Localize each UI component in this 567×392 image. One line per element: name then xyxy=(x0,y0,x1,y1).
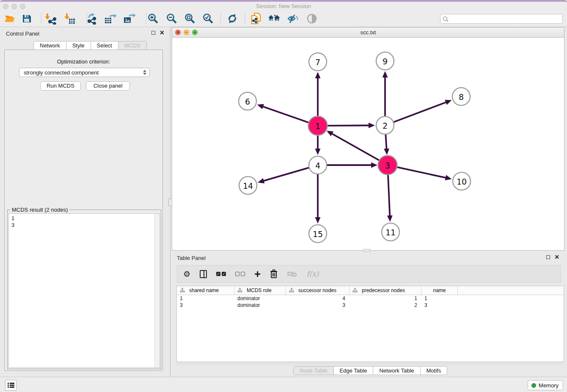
close-panel-icon[interactable]: ✕ xyxy=(160,31,165,35)
mcds-result-area[interactable]: 1 3 xyxy=(8,213,160,368)
network-canvas[interactable]: 7968124314101511 xyxy=(172,38,564,250)
export-image-icon[interactable] xyxy=(123,12,136,25)
zoom-out-icon[interactable] xyxy=(165,12,178,25)
cell-successor-nodes[interactable]: 3 xyxy=(286,302,350,308)
graph-edge-1-6[interactable] xyxy=(262,106,309,123)
float-panel-icon[interactable] xyxy=(151,31,155,35)
graph-node-14[interactable]: 14 xyxy=(239,177,257,194)
table-tabs: Node Table Edge Table Network Table Moti… xyxy=(293,366,447,375)
close-panel-button[interactable]: Close panel xyxy=(86,81,130,91)
cell-mcds-role[interactable]: dominator xyxy=(234,302,286,308)
zoom-fit-icon[interactable] xyxy=(184,12,196,25)
graph-node-6[interactable]: 6 xyxy=(239,92,256,110)
graph-node-2[interactable]: 2 xyxy=(376,116,394,134)
tab-edge-table[interactable]: Edge Table xyxy=(334,366,374,375)
network-view-window: × − + scc.txt 7968124314101511 xyxy=(172,27,564,251)
graph-edge-arrowhead xyxy=(383,71,388,77)
graph-node-7[interactable]: 7 xyxy=(309,53,327,71)
search-field[interactable] xyxy=(440,14,563,24)
graph-edge-2-3[interactable] xyxy=(385,135,386,150)
column-header-shared-name[interactable]: shared name xyxy=(177,286,234,295)
graph-edge-3-10[interactable] xyxy=(396,167,446,178)
cell-predecessor-nodes[interactable]: 1 xyxy=(350,295,421,301)
cell-shared-name[interactable]: 3 xyxy=(177,302,234,308)
table-row[interactable]: 3 dominator 3 2 3 xyxy=(177,302,564,309)
import-table-icon[interactable] xyxy=(63,12,76,25)
mcds-result-text: 1 3 xyxy=(9,214,160,230)
add-row-icon[interactable]: + xyxy=(254,269,261,279)
tab-network[interactable]: Network xyxy=(33,41,66,50)
column-header-name[interactable]: name xyxy=(421,286,458,295)
memory-button[interactable]: Memory xyxy=(528,380,563,390)
tab-style[interactable]: Style xyxy=(66,41,91,50)
memory-status-icon xyxy=(531,383,536,388)
import-network-icon[interactable] xyxy=(44,12,57,25)
column-header-predecessor-nodes[interactable]: predecessor nodes xyxy=(350,286,421,295)
tab-node-table[interactable]: Node Table xyxy=(293,366,334,375)
criterion-select[interactable]: strongly connected component xyxy=(19,68,150,77)
zoom-selected-icon[interactable] xyxy=(202,12,215,25)
graph-node-1[interactable]: 1 xyxy=(308,116,328,135)
horizontal-divider-handle[interactable] xyxy=(363,249,371,252)
network-graph[interactable]: 7968124314101511 xyxy=(172,38,564,250)
column-settings-icon[interactable]: ⚙ xyxy=(183,269,190,279)
save-session-icon[interactable] xyxy=(20,12,33,25)
hide-graphics-details-icon[interactable] xyxy=(286,12,299,25)
column-type-icon xyxy=(352,288,358,293)
tab-network-table[interactable]: Network Table xyxy=(373,366,420,375)
node-table[interactable]: shared name MCDS role successor nodes pr… xyxy=(176,286,564,362)
graph-node-8[interactable]: 8 xyxy=(452,88,470,105)
network-overview-icon[interactable] xyxy=(268,12,281,25)
mcds-result-group: MCDS result (2 nodes) 1 3 xyxy=(7,210,161,369)
graph-edge-arrowhead xyxy=(445,100,451,105)
tab-select[interactable]: Select xyxy=(91,41,118,50)
graph-edge-arrowhead xyxy=(258,178,264,183)
run-mcds-button[interactable]: Run MCDS xyxy=(40,81,81,91)
graph-edge-1-2[interactable] xyxy=(327,125,370,126)
cell-mcds-role[interactable]: dominator xyxy=(234,295,286,301)
graph-edge-3-1[interactable] xyxy=(331,133,379,161)
deselect-all-icon[interactable] xyxy=(235,269,245,279)
tab-motifs[interactable]: Motifs xyxy=(421,366,448,375)
graph-node-11[interactable]: 11 xyxy=(382,223,399,241)
export-table-icon[interactable] xyxy=(104,12,117,25)
open-session-icon[interactable] xyxy=(3,12,16,25)
delete-row-icon[interactable] xyxy=(270,269,278,279)
task-history-button[interactable] xyxy=(5,380,17,391)
graph-edge-4-14[interactable] xyxy=(263,168,309,181)
graph-edge-arrowhead xyxy=(445,175,452,180)
refresh-icon[interactable] xyxy=(226,12,239,25)
graph-node-3[interactable]: 3 xyxy=(378,156,397,175)
table-row[interactable]: 1 dominator 4 1 1 xyxy=(177,295,564,302)
fit-columns-icon[interactable] xyxy=(200,269,207,279)
cell-name[interactable]: 1 xyxy=(421,295,458,301)
graph-node-4[interactable]: 4 xyxy=(309,156,327,174)
table-scrollbar-track[interactable] xyxy=(176,362,564,365)
cell-successor-nodes[interactable]: 4 xyxy=(286,295,350,301)
cell-shared-name[interactable]: 1 xyxy=(177,295,234,301)
float-table-panel-icon[interactable] xyxy=(546,255,550,259)
zoom-in-icon[interactable] xyxy=(147,12,160,25)
graph-node-15[interactable]: 15 xyxy=(309,225,327,243)
network-window-titlebar[interactable]: × − + scc.txt xyxy=(172,28,564,38)
cell-predecessor-nodes[interactable]: 2 xyxy=(350,302,421,308)
graph-edge-arrowhead xyxy=(315,72,321,78)
tab-mcds[interactable]: MCDS xyxy=(118,41,147,50)
svg-text:8: 8 xyxy=(459,92,464,102)
main-toolbar xyxy=(0,9,567,27)
search-input[interactable] xyxy=(450,15,562,23)
graph-edge-3-11[interactable] xyxy=(388,174,390,217)
show-graphics-details-icon[interactable] xyxy=(306,12,318,25)
new-network-icon[interactable] xyxy=(86,12,99,25)
column-type-icon xyxy=(289,288,294,293)
graph-node-9[interactable]: 9 xyxy=(376,52,394,70)
select-all-icon[interactable]: ✓✓ xyxy=(216,269,226,279)
graph-edge-2-8[interactable] xyxy=(394,102,447,122)
result-scrollbar[interactable] xyxy=(154,214,160,367)
graph-node-10[interactable]: 10 xyxy=(453,172,471,190)
column-header-successor-nodes[interactable]: successor nodes xyxy=(286,286,350,295)
column-header-mcds-role[interactable]: MCDS role xyxy=(234,286,286,295)
duplicate-network-icon[interactable] xyxy=(250,12,262,25)
close-table-panel-icon[interactable]: ✕ xyxy=(554,255,559,259)
cell-name[interactable]: 3 xyxy=(421,302,458,308)
